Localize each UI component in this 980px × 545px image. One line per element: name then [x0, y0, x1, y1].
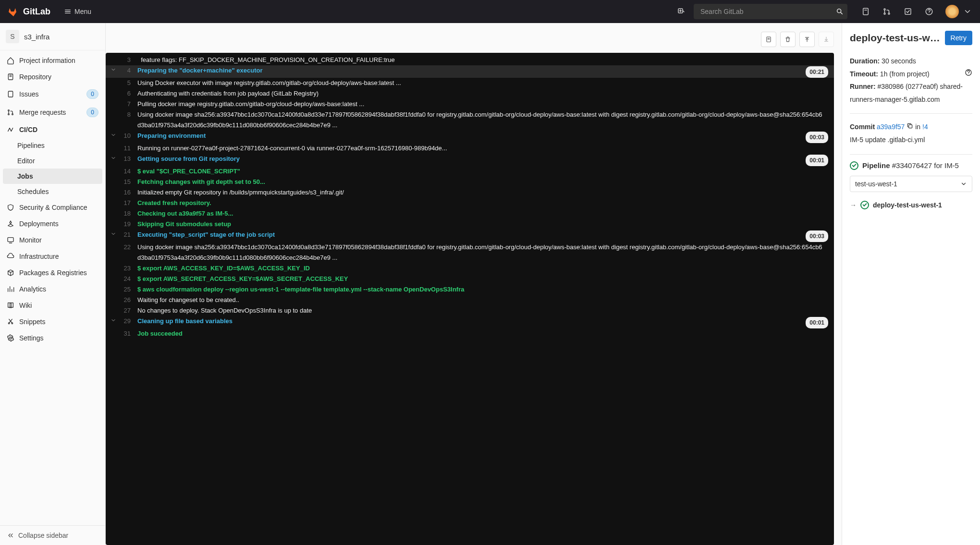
nav-repository[interactable]: Repository	[0, 69, 105, 85]
help-icon[interactable]	[965, 68, 972, 81]
log-text: Running on runner-0277ea0f-project-27871…	[137, 143, 828, 154]
log-line: 15Fetching changes with git depth set to…	[106, 177, 834, 187]
line-number: 23	[118, 263, 137, 274]
log-line: 5Using Docker executor with image regist…	[106, 78, 834, 88]
log-text: Fetching changes with git depth set to 5…	[137, 177, 828, 187]
log-line[interactable]: 13Getting source from Git repository00:0…	[106, 154, 834, 166]
line-number: 25	[118, 284, 137, 295]
nav-editor[interactable]: Editor	[0, 153, 105, 169]
nav-analytics[interactable]: Analytics	[0, 281, 105, 297]
log-text: Authenticating with credentials from job…	[137, 88, 828, 99]
line-number: 3	[118, 55, 137, 65]
nav-packages[interactable]: Packages & Registries	[0, 265, 105, 281]
line-number: 11	[118, 143, 137, 154]
nav-wiki[interactable]: Wiki	[0, 297, 105, 314]
log-line[interactable]: 29Cleaning up file based variables00:01	[106, 316, 834, 328]
arrow-right-icon: →	[850, 201, 857, 209]
chevron-down-icon	[960, 181, 967, 187]
issues-icon[interactable]	[857, 3, 874, 20]
scroll-bottom-button[interactable]	[819, 32, 834, 47]
nav-deployments[interactable]: Deployments	[0, 216, 105, 232]
line-number: 8	[118, 109, 137, 120]
svg-point-31	[10, 337, 12, 339]
line-number: 31	[118, 328, 137, 339]
merge-requests-icon[interactable]	[878, 3, 895, 20]
log-text: $ export AWS_ACCESS_KEY_ID=$AWS_ACCESS_K…	[137, 263, 828, 274]
nav-cicd[interactable]: CI/CD	[0, 121, 105, 138]
log-text: Preparing the "docker+machine" executor	[137, 65, 806, 76]
nav-schedules[interactable]: Schedules	[0, 184, 105, 199]
issues-count-badge: 0	[86, 89, 98, 99]
job-status-icon	[860, 201, 869, 209]
nav-monitor[interactable]: Monitor	[0, 232, 105, 248]
svg-rect-8	[863, 8, 869, 15]
section-chevron-icon[interactable]	[109, 154, 118, 161]
log-text: Using Docker executor with image registr…	[137, 78, 828, 88]
collapse-sidebar[interactable]: Collapse sidebar	[0, 525, 105, 545]
line-number: 26	[118, 295, 137, 305]
log-line[interactable]: 4Preparing the "docker+machine" executor…	[106, 65, 834, 78]
section-chevron-icon[interactable]	[109, 65, 118, 73]
copy-icon[interactable]	[906, 123, 913, 131]
mr-link[interactable]: !4	[922, 123, 928, 131]
log-line: 7Pulling docker image registry.gitlab.co…	[106, 99, 834, 109]
section-chevron-icon[interactable]	[109, 316, 118, 323]
menu-button[interactable]: Menu	[60, 6, 95, 17]
log-text: $ eval "$CI_PRE_CLONE_SCRIPT"	[137, 166, 828, 177]
svg-rect-19	[8, 91, 12, 97]
scroll-top-button[interactable]	[799, 32, 815, 47]
log-line: 27No changes to deploy. Stack OpenDevOps…	[106, 305, 834, 316]
log-line: 18Checking out a39a9f57 as IM-5...	[106, 208, 834, 219]
log-text: Pulling docker image registry.gitlab.com…	[137, 99, 828, 109]
user-dropdown-chevron[interactable]	[963, 3, 972, 20]
line-number: 7	[118, 99, 137, 109]
todos-icon[interactable]	[899, 3, 917, 20]
section-chevron-icon[interactable]	[109, 230, 118, 237]
nav-snippets[interactable]: Snippets	[0, 314, 105, 330]
nav-security[interactable]: Security & Compliance	[0, 199, 105, 216]
nav-jobs[interactable]: Jobs	[3, 169, 102, 184]
search-box[interactable]	[694, 4, 847, 19]
search-input[interactable]	[698, 8, 836, 15]
nav-settings[interactable]: Settings	[0, 330, 105, 346]
log-text: Skipping Git submodules setup	[137, 219, 828, 230]
log-line[interactable]: 21Executing "step_script" stage of the j…	[106, 230, 834, 242]
retry-button[interactable]: Retry	[945, 31, 972, 45]
nav-merge-requests[interactable]: Merge requests0	[0, 103, 105, 121]
log-line: 11Running on runner-0277ea0f-project-278…	[106, 143, 834, 154]
log-line[interactable]: 10Preparing environment00:03	[106, 131, 834, 143]
job-log[interactable]: 3 feature flags: FF_SKIP_DOCKER_MACHINE_…	[106, 53, 834, 545]
commit-sha-link[interactable]: a39a9f57	[877, 123, 905, 131]
log-line: 8Using docker image sha256:a39347bbc1dc3…	[106, 109, 834, 131]
stage-select[interactable]: test-us-west-1	[850, 176, 972, 192]
project-avatar: S	[6, 30, 19, 43]
log-text: No changes to deploy. Stack OpenDevOpsS3…	[137, 305, 828, 316]
log-text: Waiting for changeset to be created..	[137, 295, 828, 305]
nav-infrastructure[interactable]: Infrastructure	[0, 248, 105, 265]
nav-project-information[interactable]: Project information	[0, 52, 105, 69]
help-icon[interactable]	[920, 3, 938, 20]
line-number: 5	[118, 78, 137, 88]
sidebar-nav: Project information Repository Issues0 M…	[0, 50, 105, 525]
log-line: 19Skipping Git submodules setup	[106, 219, 834, 230]
raw-log-button[interactable]	[761, 32, 776, 47]
log-text: Using docker image sha256:a39347bbc1dc30…	[137, 242, 828, 263]
line-number: 22	[118, 242, 137, 253]
job-title: deploy-test-us-w…	[850, 32, 945, 44]
nav-issues[interactable]: Issues0	[0, 85, 105, 103]
log-text: feature flags: FF_SKIP_DOCKER_MACHINE_PR…	[137, 55, 828, 65]
erase-log-button[interactable]	[780, 32, 796, 47]
log-line: 16Initialized empty Git repository in /b…	[106, 187, 834, 198]
user-avatar[interactable]	[945, 5, 959, 18]
nav-pipelines[interactable]: Pipelines	[0, 138, 105, 153]
line-number: 29	[118, 316, 137, 327]
log-text: $ export AWS_SECRET_ACCESS_KEY=$AWS_SECR…	[137, 274, 828, 284]
current-job-link[interactable]: → deploy-test-us-west-1	[850, 201, 972, 209]
project-header[interactable]: S s3_infra	[0, 23, 105, 50]
log-text: Job succeeded	[137, 328, 828, 339]
create-dropdown[interactable]	[673, 3, 690, 20]
log-text: Executing "step_script" stage of the job…	[137, 230, 806, 240]
line-number: 19	[118, 219, 137, 230]
log-text: Getting source from Git repository	[137, 154, 806, 164]
section-chevron-icon[interactable]	[109, 131, 118, 138]
